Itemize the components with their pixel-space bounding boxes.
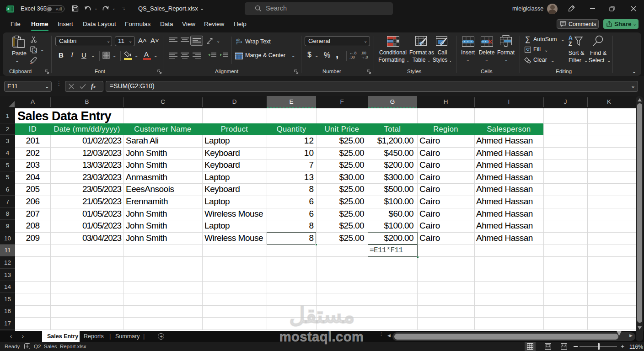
svg-text:x: x — [7, 6, 10, 11]
svg-text:ab: ab — [236, 38, 240, 41]
svg-text:c: c — [236, 42, 238, 44]
